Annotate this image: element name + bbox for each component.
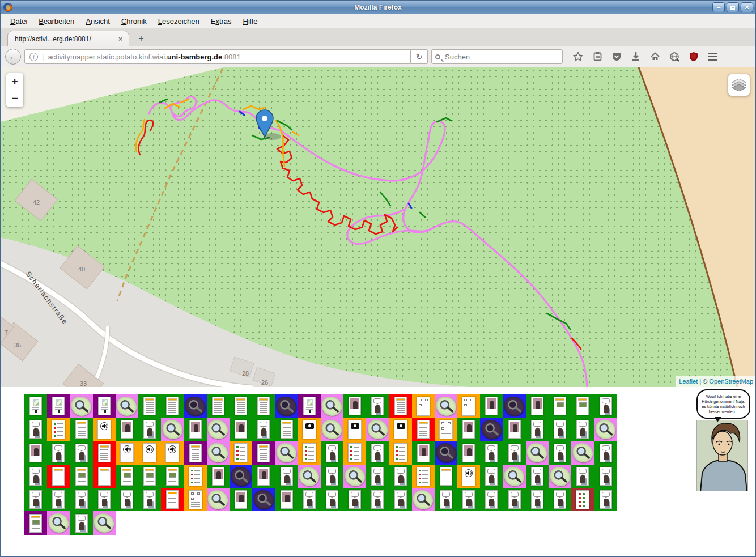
activity-tile-comic[interactable] bbox=[549, 441, 571, 465]
menu-lesezeichen[interactable]: Lesezeichen bbox=[153, 15, 205, 27]
search-box[interactable] bbox=[431, 49, 563, 64]
activity-tile-camera[interactable] bbox=[389, 418, 412, 441]
activity-tile-comic[interactable] bbox=[138, 418, 161, 441]
activity-tile-portrait[interactable] bbox=[230, 488, 252, 511]
activity-tile-mag[interactable] bbox=[70, 394, 92, 418]
activity-tile-comic[interactable] bbox=[480, 441, 503, 465]
menu-extras[interactable]: Extras bbox=[206, 15, 237, 27]
zoom-out-button[interactable]: − bbox=[6, 90, 23, 107]
activity-tile-docphoto[interactable] bbox=[24, 511, 47, 534]
ublock-shield-icon[interactable] bbox=[685, 49, 702, 65]
activity-tile-form[interactable] bbox=[457, 394, 480, 418]
activity-tile-doc[interactable] bbox=[230, 394, 252, 418]
activity-tile-mag[interactable] bbox=[161, 418, 184, 441]
activity-tile-comic[interactable] bbox=[24, 488, 47, 511]
activity-tile-comic[interactable] bbox=[321, 488, 343, 511]
activity-tile-comic[interactable] bbox=[47, 441, 70, 465]
activity-tile-mag[interactable] bbox=[275, 441, 298, 465]
close-button[interactable]: ✕ bbox=[741, 2, 753, 12]
activity-tile-dmag[interactable] bbox=[230, 465, 252, 488]
activity-tile-speaker[interactable] bbox=[116, 441, 138, 465]
activity-tile-doc[interactable] bbox=[435, 465, 457, 488]
activity-tile-dmag[interactable] bbox=[252, 488, 275, 511]
bookmarks-menu-icon[interactable] bbox=[589, 49, 606, 65]
activity-tile-mag[interactable] bbox=[321, 394, 343, 418]
activity-tile-portrait[interactable] bbox=[230, 418, 252, 441]
activity-tile-comic[interactable] bbox=[24, 465, 47, 488]
activity-tile-doc[interactable] bbox=[184, 441, 207, 465]
activity-tile-checklist[interactable] bbox=[47, 418, 70, 441]
layers-control[interactable] bbox=[728, 74, 750, 96]
activity-tile-checklist[interactable] bbox=[412, 465, 435, 488]
activity-tile-comic[interactable] bbox=[70, 511, 92, 534]
activity-tile-comic[interactable] bbox=[549, 418, 571, 441]
browser-tab[interactable]: http://activi...erg.de:8081/ × bbox=[7, 31, 129, 46]
activity-tile-docphoto[interactable] bbox=[70, 465, 92, 488]
menu-datei[interactable]: Datei bbox=[5, 15, 32, 27]
tab-close-icon[interactable]: × bbox=[117, 35, 124, 43]
activity-tile-mag[interactable] bbox=[207, 441, 230, 465]
activity-tile-speaker[interactable] bbox=[161, 441, 184, 465]
activity-tile-portrait[interactable] bbox=[480, 394, 503, 418]
activity-tile-portrait[interactable] bbox=[412, 441, 435, 465]
activity-tile-comic[interactable] bbox=[480, 465, 503, 488]
activity-tile-mag[interactable] bbox=[594, 418, 617, 441]
activity-tile-comic[interactable] bbox=[321, 441, 343, 465]
activity-tile-checklist[interactable] bbox=[184, 465, 207, 488]
leaflet-link[interactable]: Leaflet bbox=[679, 378, 698, 385]
activity-tile-docphoto[interactable] bbox=[161, 465, 184, 488]
activity-tile-comic[interactable] bbox=[594, 394, 617, 418]
activity-tile-mag[interactable] bbox=[298, 465, 321, 488]
downloads-icon[interactable] bbox=[627, 49, 644, 65]
activity-tile-portrait[interactable] bbox=[24, 441, 47, 465]
activity-tile-checklist[interactable] bbox=[343, 441, 366, 465]
activity-tile-comic[interactable] bbox=[389, 488, 412, 511]
activity-tile-comic[interactable] bbox=[503, 488, 526, 511]
activity-tile-doc[interactable] bbox=[275, 418, 298, 441]
activity-tile-portrait[interactable] bbox=[116, 418, 138, 441]
activity-tile-comic[interactable] bbox=[321, 465, 343, 488]
activity-tile-speaker[interactable] bbox=[93, 418, 116, 441]
activity-tile-comic[interactable] bbox=[526, 465, 549, 488]
reload-button[interactable]: ↻ bbox=[411, 49, 428, 64]
activity-tile-portrait[interactable] bbox=[503, 418, 526, 441]
activity-tile-docphoto[interactable] bbox=[116, 465, 138, 488]
search-input[interactable] bbox=[444, 52, 559, 62]
activity-tile-mag[interactable] bbox=[93, 511, 116, 534]
activity-tile-dmag[interactable] bbox=[480, 418, 503, 441]
activity-tile-doc[interactable] bbox=[252, 394, 275, 418]
activity-tile-comic[interactable] bbox=[594, 441, 617, 465]
home-icon[interactable] bbox=[647, 49, 664, 65]
page-info-icon[interactable]: i bbox=[29, 53, 38, 61]
menu-ansicht[interactable]: Ansicht bbox=[80, 15, 115, 27]
new-tab-button[interactable]: + bbox=[133, 32, 150, 45]
activity-tile-mag[interactable] bbox=[366, 418, 389, 441]
activity-tile-docmap[interactable] bbox=[24, 394, 47, 418]
activity-tile-doc[interactable] bbox=[252, 441, 275, 465]
activity-tile-comic[interactable] bbox=[93, 488, 116, 511]
activity-tile-mag[interactable] bbox=[435, 394, 457, 418]
activity-tile-comic[interactable] bbox=[389, 465, 412, 488]
activity-tile-mag[interactable] bbox=[47, 511, 70, 534]
activity-tile-doc[interactable] bbox=[412, 418, 435, 441]
activity-tile-comic[interactable] bbox=[480, 488, 503, 511]
activity-tile-comic[interactable] bbox=[526, 418, 549, 441]
activity-tile-form[interactable] bbox=[184, 488, 207, 511]
activity-tile-comic[interactable] bbox=[435, 488, 457, 511]
activity-tile-doc[interactable] bbox=[207, 394, 230, 418]
hamburger-menu-icon[interactable] bbox=[704, 49, 721, 65]
activity-tile-form[interactable] bbox=[412, 394, 435, 418]
activity-tile-mag[interactable] bbox=[207, 418, 230, 441]
activity-tile-comic[interactable] bbox=[116, 488, 138, 511]
activity-tile-portrait[interactable] bbox=[343, 394, 366, 418]
activity-tile-checklist[interactable] bbox=[298, 441, 321, 465]
activity-tile-doc[interactable] bbox=[161, 488, 184, 511]
activity-tile-items[interactable] bbox=[571, 488, 594, 511]
activity-tile-comic[interactable] bbox=[571, 465, 594, 488]
activity-tile-comic[interactable] bbox=[298, 488, 321, 511]
activity-tile-doc[interactable] bbox=[93, 465, 116, 488]
minimize-button[interactable]: ‒ bbox=[712, 2, 725, 12]
activity-tile-mag[interactable] bbox=[526, 441, 549, 465]
activity-tile-portrait[interactable] bbox=[275, 488, 298, 511]
activity-tile-doc[interactable] bbox=[70, 418, 92, 441]
